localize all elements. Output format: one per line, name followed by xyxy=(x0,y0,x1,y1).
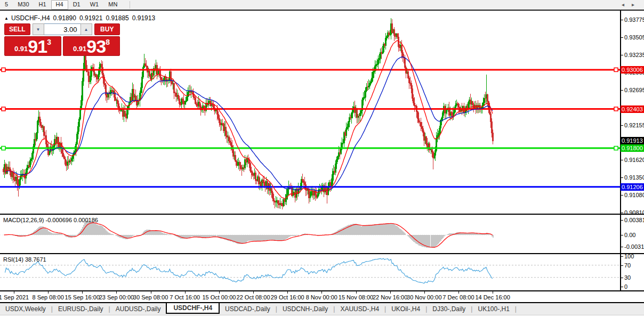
buy-price-pip: 8 xyxy=(106,38,110,46)
main-macd-divider[interactable] xyxy=(0,214,644,215)
rsi-tick xyxy=(621,265,623,266)
macd-tick-label: 0.003811 xyxy=(624,217,644,223)
price-tick-label: 0.91080 xyxy=(624,192,644,198)
price-tick xyxy=(621,37,623,38)
price-tick xyxy=(621,160,623,160)
buy-button[interactable]: BUY xyxy=(94,23,120,35)
macd-tick xyxy=(621,247,623,247)
time-tick xyxy=(151,291,151,294)
toolbar-separator xyxy=(130,1,130,9)
timeframe-button-d1[interactable]: D1 xyxy=(68,0,85,10)
volume-stepper: ▼ ▲ xyxy=(33,23,92,35)
timeframe-button-w1[interactable]: W1 xyxy=(85,0,104,10)
buy-price-big: 93 xyxy=(86,38,106,55)
collapse-icon[interactable]: ▲ xyxy=(4,16,9,21)
tab-usdcad-daily[interactable]: USDCAD-,Daily xyxy=(220,304,276,314)
price-tick-label: 0.91350 xyxy=(624,174,644,181)
time-tick xyxy=(458,291,459,294)
tab-usdx-weekly[interactable]: USDX,Weekly xyxy=(0,304,51,314)
price-tick xyxy=(621,90,623,91)
bottom-strip xyxy=(0,315,644,317)
chart-area: ▲USDCHF-,H40.918900.919210.918850.91913 … xyxy=(0,11,644,303)
volume-decrease-icon[interactable]: ▼ xyxy=(33,23,44,35)
price-tag-0.91913: 0.91913 xyxy=(621,137,644,144)
price-tick xyxy=(621,20,623,20)
volume-input[interactable] xyxy=(44,23,80,35)
sell-quote-button[interactable]: 0.91 91 3 xyxy=(4,36,61,56)
time-tick xyxy=(219,291,220,294)
buy-quote-button[interactable]: 0.91 93 8 xyxy=(63,36,120,56)
time-tick xyxy=(390,291,391,294)
price-tick xyxy=(621,55,623,55)
timeframe-button-h4[interactable]: H4 xyxy=(51,0,68,10)
price-tick-label: 0.93235 xyxy=(624,52,644,58)
time-tick xyxy=(356,291,357,294)
rsi-bottom-divider xyxy=(0,290,644,291)
sell-button[interactable]: SELL xyxy=(4,23,30,35)
time-tick-label: 14 Dec 16:00 xyxy=(469,294,517,300)
price-tick-label: 0.92695 xyxy=(624,87,644,93)
rsi-tick xyxy=(621,287,623,287)
price-tag-0.91800: 0.91800 xyxy=(621,144,644,152)
macd-rsi-divider[interactable] xyxy=(0,253,644,254)
tab-ukoil-h4[interactable]: UKOil-,H4 xyxy=(386,304,425,314)
time-tick xyxy=(424,291,425,294)
timeframe-button-mn[interactable]: MN xyxy=(103,0,122,10)
bar-close: 0.91913 xyxy=(132,14,155,22)
tab-separator: | xyxy=(515,305,517,313)
chart-tab-bar: USDX,Weekly|EURUSD-,Daily|AUDUSD-,DailyU… xyxy=(0,303,644,315)
time-tick xyxy=(48,291,49,294)
rsi-tick-label: 70 xyxy=(624,262,631,269)
time-tick xyxy=(116,291,117,294)
tab-usdcnh-daily[interactable]: USDCNH-,Daily xyxy=(277,304,333,314)
price-tag-0.92403: 0.92403 xyxy=(621,105,644,113)
tab-scroll-right-icon[interactable]: ▸ xyxy=(632,2,642,7)
tab-scroll-arrows: ◂▸ xyxy=(622,2,642,7)
rsi-tick-label: 30 xyxy=(624,274,631,281)
time-tick xyxy=(253,291,254,294)
buy-price-prefix: 0.91 xyxy=(73,45,86,53)
rsi-tick xyxy=(621,256,623,257)
mt4-window: 5M30H1H4D1W1MN ▲USDCHF-,H40.918900.91921… xyxy=(0,0,644,317)
bar-high: 0.91921 xyxy=(79,14,102,22)
price-tag-0.91206: 0.91206 xyxy=(621,183,644,191)
time-tick xyxy=(14,291,14,294)
macd-tick-label: 0.00 xyxy=(624,232,635,238)
time-tick xyxy=(287,291,288,294)
price-tick-label: 0.92155 xyxy=(624,122,644,128)
timeframe-button-h1[interactable]: H1 xyxy=(34,0,51,10)
macd-tick-label: -0.003115 xyxy=(624,243,644,250)
sell-price-big: 91 xyxy=(28,38,47,55)
price-tick xyxy=(621,195,623,196)
chart-title: ▲USDCHF-,H40.918900.919210.918850.91913 xyxy=(4,14,155,22)
symbol-label: USDCHF-,H4 xyxy=(11,14,50,22)
tab-uk100-h1[interactable]: UK100-,H1 xyxy=(472,304,514,314)
price-tick xyxy=(621,177,623,178)
time-tick xyxy=(82,291,83,294)
sell-price-pip: 3 xyxy=(47,38,51,46)
volume-increase-icon[interactable]: ▲ xyxy=(80,23,92,35)
macd-tick xyxy=(621,235,623,235)
tab-dj30-daily[interactable]: DJ30-,Daily xyxy=(427,304,471,314)
price-tick-label: 0.93505 xyxy=(624,34,644,40)
time-tick xyxy=(185,291,186,294)
tab-audusd-daily[interactable]: AUDUSD-,Daily xyxy=(110,304,166,314)
time-tick xyxy=(321,291,322,294)
time-tick xyxy=(493,291,493,294)
timeframe-button-5[interactable]: 5 xyxy=(0,0,13,10)
tab-eurusd-daily[interactable]: EURUSD-,Daily xyxy=(53,304,109,314)
price-tag-0.93006: 0.93006 xyxy=(621,66,644,74)
timeframe-toolbar: 5M30H1H4D1W1MN xyxy=(0,0,644,10)
one-click-trade-panel: SELL ▼ ▲ BUY 0.91 91 3 0.91 93 8 xyxy=(4,23,120,56)
rsi-tick xyxy=(621,278,623,278)
tab-scroll-left-icon[interactable]: ◂ xyxy=(622,2,632,7)
price-tick xyxy=(621,213,623,213)
timeframe-button-m30[interactable]: M30 xyxy=(13,0,34,10)
rsi-label: RSI(14) 38.7671 xyxy=(3,256,46,263)
sell-price-prefix: 0.91 xyxy=(14,45,28,53)
rsi-tick-label: 0 xyxy=(624,283,627,290)
tab-xauusd-h4[interactable]: XAUUSD-,H4 xyxy=(335,304,384,314)
price-tick-label: 0.91620 xyxy=(624,157,644,163)
tab-usdchf-h4[interactable]: USDCHF-,H4 xyxy=(166,302,220,314)
macd-tick xyxy=(621,220,623,221)
